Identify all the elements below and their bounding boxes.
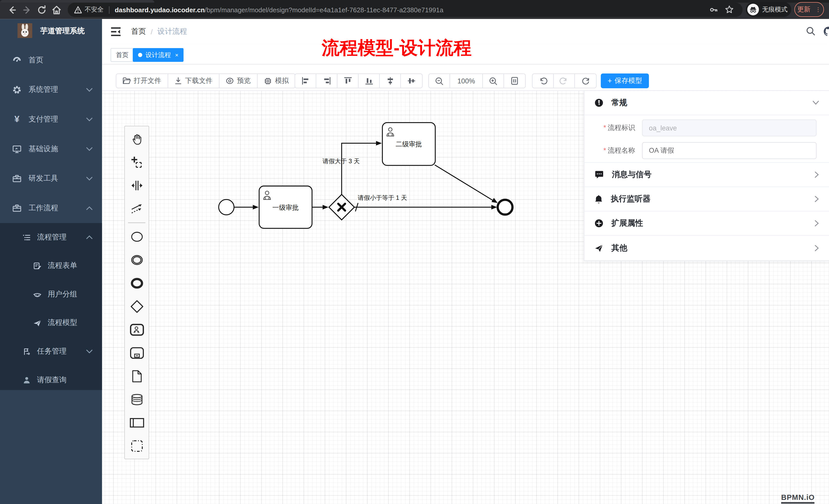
person-icon [20, 376, 33, 385]
download-icon [175, 77, 182, 85]
task2-label: 二级审批 [396, 141, 422, 148]
back-icon[interactable] [6, 4, 18, 16]
sidebar-item-label: 流程表单 [48, 261, 77, 270]
sidebar-item-task-mgmt[interactable]: 任务管理 [0, 337, 102, 366]
sidebar-item-process-form[interactable]: 流程表单 [0, 251, 102, 280]
bpmn-flow-task2-to-end[interactable] [435, 165, 493, 200]
sidebar-item-home[interactable]: 首页 [0, 45, 102, 75]
align-hcenter-button[interactable] [401, 74, 422, 88]
sidebar-item-process-mgmt[interactable]: 流程管理 [0, 223, 102, 252]
sidebar-item-label: 系统管理 [29, 85, 58, 95]
sidebar-item-process-model[interactable]: 流程模型 [0, 309, 102, 337]
browser-active-tab[interactable] [0, 0, 154, 3]
breadcrumb: 首页 / 设计流程 [131, 27, 187, 36]
yen-icon: ¥ [10, 114, 23, 125]
required-mark: * [604, 146, 606, 154]
gear-icon [10, 85, 23, 95]
close-icon[interactable]: × [175, 52, 178, 58]
chip-icon [264, 77, 272, 85]
chevron-right-icon [815, 171, 819, 178]
tree-list-icon [20, 233, 33, 242]
url-path: /bpm/manager/model/design?modelId=e4a1a1… [205, 6, 443, 13]
designer-toolbar: 打开文件 下载文件 预览 模拟 100% [102, 65, 829, 91]
briefcase-icon [10, 203, 23, 213]
bpmn-flow-gateway-to-task2[interactable] [341, 143, 376, 194]
send-icon [594, 243, 604, 252]
align-vcenter-button[interactable] [380, 74, 401, 88]
bpmn-end-event[interactable] [498, 200, 512, 215]
warning-icon [74, 6, 82, 14]
preview-button[interactable]: 预览 [219, 74, 258, 88]
panel-section-listeners[interactable]: 执行监听器 [584, 187, 829, 211]
process-key-input[interactable]: oa_leave [642, 119, 817, 137]
sidebar-submenu: 流程管理 流程表单 用户分组 流程模型 [0, 223, 102, 390]
forward-icon[interactable] [21, 4, 33, 16]
url-host: dashboard.yudao.iocoder.cn [115, 6, 205, 13]
sidebar-item-system[interactable]: 系统管理 [0, 75, 102, 105]
reload-icon[interactable] [36, 4, 47, 16]
github-icon[interactable] [823, 26, 829, 37]
tab-design-process[interactable]: 设计流程 × [133, 48, 184, 62]
button-label: 模拟 [275, 76, 289, 85]
sidebar-item-label: 支付管理 [29, 115, 58, 124]
search-icon[interactable] [805, 26, 816, 36]
restart-button[interactable] [575, 74, 596, 88]
redo-button[interactable] [554, 74, 575, 88]
bpmn-start-event[interactable] [219, 200, 234, 215]
button-label: 预览 [237, 76, 251, 85]
folder-open-icon [123, 77, 131, 85]
panel-section-extended[interactable]: 扩展属性 [584, 211, 829, 236]
zoom-reset-button[interactable] [504, 74, 525, 88]
chevron-right-icon [815, 244, 819, 251]
tab-home[interactable]: 首页 [111, 48, 134, 62]
address-bar[interactable]: 不安全 dashboard.yudao.iocoder.cn/bpm/manag… [68, 3, 743, 17]
align-right-button[interactable] [316, 74, 337, 88]
section-label: 常规 [611, 98, 627, 108]
sidebar-item-user-group[interactable]: 用户分组 [0, 280, 102, 309]
sidebar-item-payment[interactable]: ¥ 支付管理 [0, 105, 102, 134]
align-bottom-button[interactable] [359, 74, 380, 88]
collapse-sidebar-icon[interactable] [111, 27, 121, 36]
briefcase-icon [10, 174, 23, 184]
panel-section-general[interactable]: 常规 [584, 91, 829, 115]
zoom-level-value: 100% [458, 77, 475, 85]
process-name-field-row: *流程名称 OA 请假 [584, 142, 829, 159]
security-chip[interactable]: 不安全 [74, 5, 104, 14]
chevron-down-icon [86, 147, 93, 151]
sidebar-item-label: 研发工具 [29, 174, 58, 184]
zoom-in-button[interactable] [483, 74, 504, 88]
process-key-field-row: *流程标识 oa_leave [584, 119, 829, 137]
info-icon [594, 98, 604, 107]
zoom-out-button[interactable] [429, 74, 450, 88]
bell-icon [594, 194, 603, 204]
properties-panel: 常规 *流程标识 oa_leave *流程名称 OA 请假 消息与信号 [584, 91, 829, 261]
sidebar-item-workflow[interactable]: 工作流程 [0, 193, 102, 223]
sidebar-item-infra[interactable]: 基础设施 [0, 134, 102, 164]
plus-icon: + [608, 77, 612, 85]
sidebar-item-devtools[interactable]: 研发工具 [0, 164, 102, 193]
key-icon[interactable] [709, 5, 718, 14]
bookmark-star-icon[interactable] [725, 5, 734, 14]
panel-section-messages[interactable]: 消息与信号 [584, 163, 829, 187]
incognito-label: 无痕模式 [762, 5, 788, 14]
undo-button[interactable] [533, 74, 554, 88]
process-name-input[interactable]: OA 请假 [642, 142, 817, 159]
breadcrumb-home[interactable]: 首页 [131, 27, 146, 36]
sidebar-item-leave-query[interactable]: 请假查询 [0, 365, 102, 394]
bpmnio-watermark[interactable]: BPMN.iO [781, 493, 815, 503]
save-model-button[interactable]: + 保存模型 [601, 73, 649, 88]
update-button[interactable]: 更新 ⋮ [794, 2, 824, 17]
browser-menu-icon[interactable]: ⋮ [815, 8, 821, 10]
security-label: 不安全 [85, 5, 104, 14]
panel-section-other[interactable]: 其他 [584, 236, 829, 260]
home-icon[interactable] [51, 4, 62, 16]
simulate-button[interactable]: 模拟 [258, 74, 295, 88]
bpmn-canvas[interactable]: 一级审批 二级审批 请假大于 3 天 请假小于等于 1 天 常规 *流程标识 o… [102, 91, 829, 504]
section-label: 消息与信号 [612, 169, 652, 180]
align-left-button[interactable] [295, 74, 317, 88]
open-file-button[interactable]: 打开文件 [116, 74, 168, 88]
download-file-button[interactable]: 下载文件 [168, 74, 219, 88]
align-top-button[interactable] [337, 74, 359, 88]
align-button-group [295, 73, 423, 88]
tab-label: 设计流程 [145, 50, 171, 60]
